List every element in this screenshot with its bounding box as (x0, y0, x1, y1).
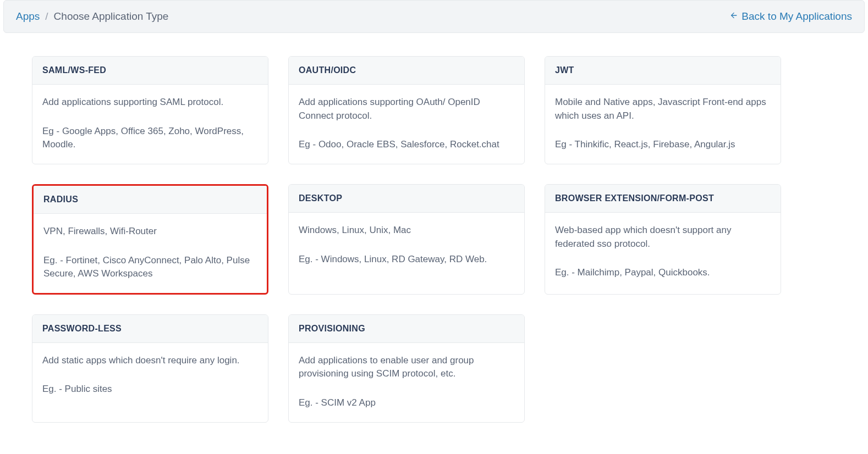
card-title: OAUTH/OIDC (289, 57, 524, 85)
page-header: Apps / Choose Application Type Back to M… (3, 0, 865, 33)
card-body: Add static apps which doesn't require an… (32, 343, 268, 408)
card-description: VPN, Firewalls, Wifi-Router (43, 225, 257, 239)
card-example: Eg - Google Apps, Office 365, Zoho, Word… (42, 125, 258, 152)
card-description: Web-based app which doesn't support any … (555, 224, 771, 251)
card-title: PASSWORD-LESS (32, 315, 268, 343)
card-body: Add applications supporting SAML protoco… (32, 85, 268, 164)
app-type-card-jwt[interactable]: JWTMobile and Native apps, Javascript Fr… (545, 56, 781, 164)
app-type-card-saml-ws-fed[interactable]: SAML/WS-FEDAdd applications supporting S… (32, 56, 268, 164)
card-example: Eg. - Public sites (42, 383, 258, 396)
card-body: Add applications to enable user and grou… (289, 343, 524, 422)
back-link-label: Back to My Applications (741, 10, 852, 23)
card-title: SAML/WS-FED (32, 57, 268, 85)
app-type-card-browser-extension-form-post[interactable]: BROWSER EXTENSION/FORM-POSTWeb-based app… (545, 184, 781, 295)
card-example: Eg. - Windows, Linux, RD Gateway, RD Web… (299, 253, 514, 267)
card-body: Web-based app which doesn't support any … (545, 213, 781, 292)
back-to-applications-link[interactable]: Back to My Applications (729, 10, 852, 23)
app-type-card-desktop[interactable]: DESKTOPWindows, Linux, Unix, MacEg. - Wi… (288, 184, 525, 295)
card-title: JWT (545, 57, 781, 85)
breadcrumb-root-link[interactable]: Apps (16, 10, 40, 23)
content-area: SAML/WS-FEDAdd applications supporting S… (0, 33, 868, 423)
app-type-card-oauth-oidc[interactable]: OAUTH/OIDCAdd applications supporting OA… (288, 56, 525, 164)
card-title: RADIUS (34, 186, 267, 214)
breadcrumb: Apps / Choose Application Type (16, 10, 168, 23)
breadcrumb-current: Choose Application Type (54, 10, 169, 23)
app-type-card-radius[interactable]: RADIUSVPN, Firewalls, Wifi-RouterEg. - F… (32, 184, 268, 295)
card-example: Eg. - SCIM v2 App (299, 396, 514, 410)
card-title: DESKTOP (289, 185, 524, 213)
card-body: Mobile and Native apps, Javascript Front… (545, 85, 781, 164)
card-description: Add static apps which doesn't require an… (42, 354, 258, 368)
app-type-card-provisioning[interactable]: PROVISIONINGAdd applications to enable u… (288, 314, 525, 423)
arrow-left-icon (729, 10, 738, 23)
card-example: Eg. - Mailchimp, Paypal, Quickbooks. (555, 266, 771, 280)
app-type-card-password-less[interactable]: PASSWORD-LESSAdd static apps which doesn… (32, 314, 268, 423)
card-description: Add applications supporting SAML protoco… (42, 96, 258, 109)
card-example: Eg. - Fortinet, Cisco AnyConnect, Palo A… (43, 254, 257, 281)
card-description: Mobile and Native apps, Javascript Front… (555, 96, 771, 123)
app-type-grid: SAML/WS-FEDAdd applications supporting S… (32, 56, 836, 423)
card-example: Eg - Thinkific, React.js, Firebase, Angu… (555, 138, 771, 152)
breadcrumb-separator: / (45, 10, 48, 23)
card-body: VPN, Firewalls, Wifi-RouterEg. - Fortine… (34, 214, 267, 293)
card-description: Windows, Linux, Unix, Mac (299, 224, 514, 237)
card-title: BROWSER EXTENSION/FORM-POST (545, 185, 781, 213)
card-body: Windows, Linux, Unix, MacEg. - Windows, … (289, 213, 524, 278)
card-description: Add applications supporting OAuth/ OpenI… (299, 96, 514, 123)
card-description: Add applications to enable user and grou… (299, 354, 514, 381)
card-title: PROVISIONING (289, 315, 524, 343)
card-body: Add applications supporting OAuth/ OpenI… (289, 85, 524, 164)
card-example: Eg - Odoo, Oracle EBS, Salesforce, Rocke… (299, 138, 514, 152)
